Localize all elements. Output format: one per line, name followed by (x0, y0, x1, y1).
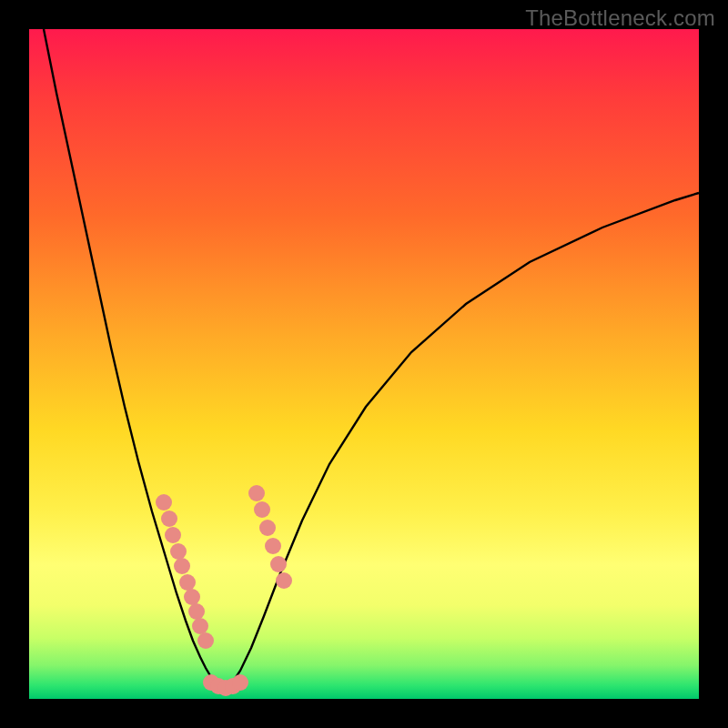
marker-dot (165, 527, 181, 543)
plot-area (29, 29, 699, 699)
marker-dot (174, 558, 190, 574)
bottleneck-curve (44, 29, 699, 689)
chart-frame: TheBottleneck.com (0, 0, 728, 728)
marker-dot (232, 674, 248, 691)
curve-right-branch (231, 193, 699, 684)
marker-dot (276, 572, 292, 589)
marker-dot (259, 520, 276, 536)
marker-dot (170, 543, 187, 560)
marker-dot (184, 589, 200, 605)
marker-dot (188, 603, 205, 620)
marker-dot (265, 538, 281, 554)
watermark-text: TheBottleneck.com (525, 5, 715, 31)
marker-dot (156, 494, 172, 511)
marker-dot (192, 618, 208, 634)
marker-dot (254, 501, 270, 518)
marker-dot (248, 485, 265, 501)
marker-dot (197, 632, 214, 649)
marker-dot (270, 556, 287, 572)
marker-dot (161, 511, 177, 527)
marker-dot (179, 574, 196, 591)
curve-layer (29, 29, 699, 699)
